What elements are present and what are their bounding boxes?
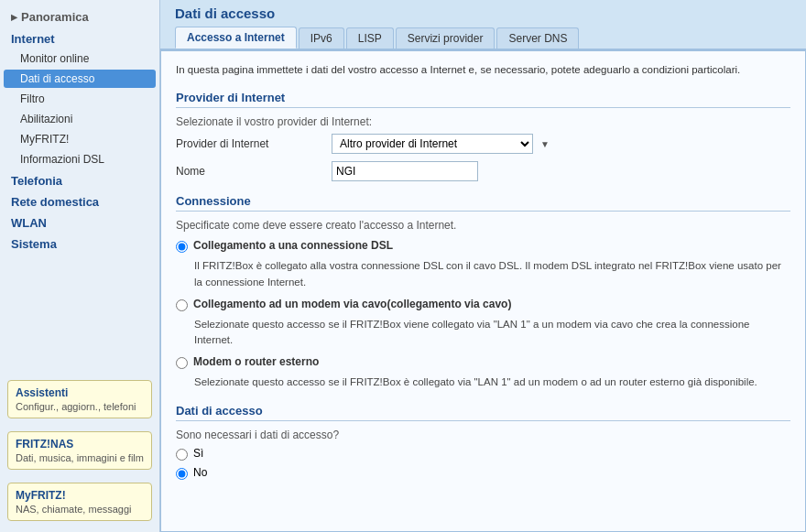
- connection-intro: Specificate come deve essere creato l'ac…: [176, 219, 790, 232]
- sidebar-box-assistenti[interactable]: Assistenti Configur., aggiorn., telefoni: [7, 380, 152, 418]
- nome-row: Nome: [176, 161, 790, 181]
- connection-desc-dsl: Il FRITZ!Box è collegato alla vostra con…: [194, 258, 790, 290]
- tab-accesso-internet[interactable]: Accesso a Internet: [175, 27, 297, 49]
- connection-radio-modem-cavo[interactable]: [176, 299, 188, 311]
- access-data-question: Sono necessari i dati di accesso?: [176, 429, 790, 441]
- access-label-no[interactable]: No: [193, 466, 207, 479]
- sidebar-item-monitor-online[interactable]: Monitor online: [0, 49, 159, 68]
- access-radio-si[interactable]: [176, 449, 188, 461]
- connection-desc-modem-cavo: Selezionate questo accesso se il FRITZ!B…: [194, 317, 790, 349]
- connection-desc-modem-router: Selezionate questo accesso se il FRITZ!B…: [194, 375, 790, 390]
- sidebar-box-myfritz[interactable]: MyFRITZ! NAS, chiamate, messaggi: [7, 483, 152, 521]
- connection-label-modem-cavo[interactable]: Collegamento ad un modem via cavo(colleg…: [193, 298, 511, 310]
- intro-text: In questa pagina immettete i dati del vo…: [176, 62, 790, 78]
- sidebar-section-telefonia[interactable]: Telefonia: [0, 170, 159, 190]
- main-header: Dati di accesso Accesso a Internet IPv6 …: [160, 0, 806, 50]
- sidebar-item-informazioni-dsl[interactable]: Informazioni DSL: [0, 150, 159, 168]
- access-data-title: Dati di accesso: [176, 404, 790, 421]
- nome-label: Nome: [176, 165, 322, 178]
- sidebar-section-internet[interactable]: Internet: [0, 28, 159, 48]
- provider-row: Provider di Internet Altro provider di I…: [176, 134, 790, 154]
- provider-section-title: Provider di Internet: [176, 91, 790, 108]
- sidebar-box-fritznas-title: FRITZ!NAS: [16, 438, 144, 451]
- connection-option-modem-router: Modem o router esterno: [176, 355, 790, 369]
- sidebar-box-myfritz-title: MyFRITZ!: [16, 489, 144, 502]
- tab-lisp[interactable]: LISP: [346, 27, 394, 49]
- sidebar-box-fritznas-sub: Dati, musica, immagini e film: [16, 452, 144, 463]
- sidebar-section-wlan[interactable]: WLAN: [0, 212, 159, 232]
- nome-input[interactable]: [332, 161, 478, 181]
- connection-radio-modem-router[interactable]: [176, 357, 188, 369]
- sidebar-item-myfritz[interactable]: MyFRITZ!: [0, 130, 159, 148]
- connection-section: Connessione Specificate come deve essere…: [176, 194, 790, 390]
- access-option-si: Sì: [176, 447, 790, 461]
- main-body: In questa pagina immettete i dati del vo…: [160, 50, 806, 532]
- connection-radio-dsl[interactable]: [176, 241, 188, 253]
- tab-server-dns[interactable]: Server DNS: [496, 27, 579, 49]
- sidebar-section-rete-domestica[interactable]: Rete domestica: [0, 191, 159, 211]
- provider-select[interactable]: Altro provider di InternetAlice (Telecom…: [332, 134, 533, 154]
- sidebar-item-panoramica[interactable]: ▸ Panoramica: [0, 7, 159, 27]
- connection-option-modem-cavo: Collegamento ad un modem via cavo(colleg…: [176, 298, 790, 311]
- provider-section: Provider di Internet Selezionate il vost…: [176, 91, 790, 181]
- page-title: Dati di accesso: [175, 5, 791, 21]
- sidebar-section-sistema[interactable]: Sistema: [0, 233, 159, 253]
- sidebar-box-assistenti-sub: Configur., aggiorn., telefoni: [16, 401, 144, 412]
- connection-section-title: Connessione: [176, 194, 790, 212]
- sidebar-box-fritznas[interactable]: FRITZ!NAS Dati, musica, immagini e film: [7, 431, 152, 470]
- provider-label: Provider di Internet: [176, 137, 322, 150]
- panoramica-arrow: ▸: [11, 10, 17, 24]
- connection-option-dsl: Collegamento a una connessione DSL: [176, 239, 790, 253]
- sidebar-box-myfritz-sub: NAS, chiamate, messaggi: [16, 504, 144, 515]
- access-label-si[interactable]: Sì: [193, 447, 203, 460]
- sidebar-box-assistenti-title: Assistenti: [16, 386, 144, 399]
- access-radio-no[interactable]: [176, 468, 188, 480]
- sidebar-item-abilitazioni[interactable]: Abilitazioni: [0, 110, 159, 128]
- connection-label-dsl[interactable]: Collegamento a una connessione DSL: [193, 239, 393, 252]
- sidebar-panoramica-label: Panoramica: [21, 10, 89, 24]
- tab-bar: Accesso a Internet IPv6 LISP Servizi pro…: [175, 27, 791, 49]
- connection-label-modem-router[interactable]: Modem o router esterno: [193, 355, 319, 368]
- access-data-section: Dati di accesso Sono necessari i dati di…: [176, 404, 790, 480]
- access-option-no: No: [176, 466, 790, 480]
- sidebar-item-dati-accesso[interactable]: Dati di accesso: [4, 70, 156, 88]
- dropdown-arrow-icon: ▼: [540, 139, 550, 149]
- tab-ipv6[interactable]: IPv6: [299, 27, 344, 49]
- sidebar-item-filtro[interactable]: Filtro: [0, 90, 159, 108]
- provider-select-label: Selezionate il vostro provider di Intern…: [176, 115, 790, 128]
- main-content: Dati di accesso Accesso a Internet IPv6 …: [160, 0, 806, 532]
- sidebar: ▸ Panoramica Internet Monitor online Dat…: [0, 0, 160, 532]
- tab-servizi-provider[interactable]: Servizi provider: [396, 27, 496, 49]
